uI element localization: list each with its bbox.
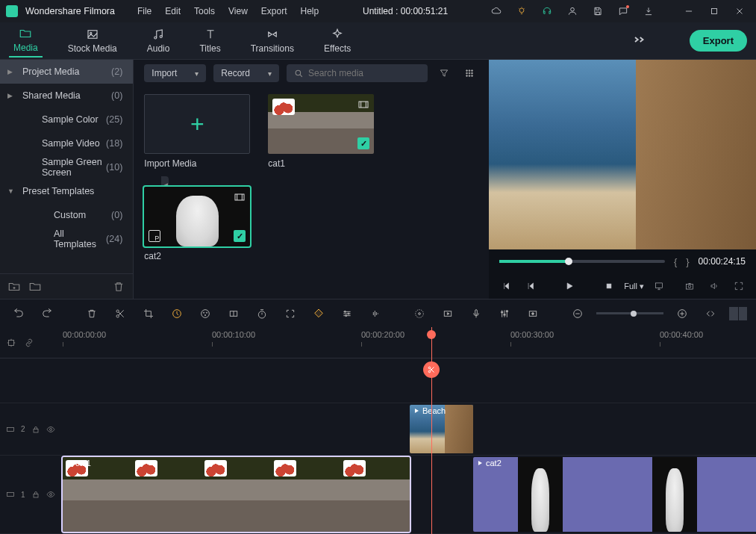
keyframe-button[interactable] — [224, 304, 243, 323]
sidebar-item[interactable]: Sample Green Screen (10) — [0, 155, 133, 179]
delete-icon[interactable] — [112, 280, 125, 294]
volume-button[interactable] — [705, 276, 724, 296]
clip-cat2[interactable]: cat2 — [473, 457, 756, 532]
save-icon[interactable] — [587, 1, 608, 22]
voiceover-button[interactable] — [466, 304, 486, 323]
prev-frame-button[interactable] — [496, 276, 515, 296]
tab-titles[interactable]: Titles — [195, 25, 225, 57]
color-button[interactable] — [196, 304, 215, 323]
tab-media[interactable]: Media — [9, 24, 43, 58]
svg-point-7 — [296, 70, 301, 75]
ruler-tick: 00:00:10:00 — [212, 330, 255, 339]
sidebar-item[interactable]: Shared Media (0) — [0, 84, 133, 108]
search-field[interactable] — [308, 68, 420, 78]
zoom-out-button[interactable] — [568, 304, 587, 323]
menu-help[interactable]: Help — [294, 3, 325, 19]
tab-audio[interactable]: Audio — [143, 25, 175, 57]
menu-tools[interactable]: Tools — [188, 3, 221, 19]
audio-wave-button[interactable] — [366, 304, 385, 323]
menu-file[interactable]: File — [131, 3, 157, 19]
download-icon[interactable] — [638, 1, 659, 22]
record-dropdown[interactable]: Record — [213, 64, 279, 82]
import-dropdown[interactable]: Import — [144, 64, 206, 82]
redo-button[interactable] — [37, 304, 57, 323]
snap-icon[interactable] — [6, 338, 16, 348]
sidebar-item[interactable]: Preset Templates — [0, 179, 133, 203]
menu-export[interactable]: Export — [255, 3, 293, 19]
visibility-icon[interactable] — [46, 490, 55, 499]
message-icon[interactable] — [613, 1, 634, 22]
media-item-cat2[interactable]: cat2 — [144, 187, 250, 261]
minimize-button[interactable] — [678, 1, 699, 22]
video-track-1[interactable]: 1 cat1 cat2 — [0, 456, 756, 534]
split-at-playhead-button[interactable] — [423, 361, 440, 378]
folder-icon[interactable] — [28, 280, 42, 294]
speed-button[interactable] — [167, 304, 187, 323]
preview-viewport[interactable] — [489, 60, 756, 249]
undo-button[interactable] — [9, 304, 28, 323]
link-icon[interactable] — [24, 338, 34, 348]
filter-icon[interactable] — [435, 64, 453, 82]
duration-button[interactable] — [252, 304, 272, 323]
mark-out-button[interactable]: } — [686, 256, 689, 267]
mark-in-button[interactable]: { — [674, 256, 677, 267]
zoom-in-button[interactable] — [672, 304, 692, 323]
zoom-fit-button[interactable] — [701, 304, 720, 323]
step-back-button[interactable] — [521, 276, 540, 296]
crop-button[interactable] — [139, 304, 158, 323]
sidebar-item[interactable]: Project Media (2) — [0, 60, 133, 84]
cloud-icon[interactable] — [486, 1, 507, 22]
audio-mixer-button[interactable] — [495, 304, 514, 323]
media-label: cat2 — [144, 251, 250, 261]
playhead[interactable] — [431, 327, 432, 534]
add-marker-button[interactable] — [523, 304, 543, 323]
sidebar-item[interactable]: Sample Video (18) — [0, 131, 133, 155]
sidebar-item[interactable]: Sample Color (25) — [0, 108, 133, 131]
clip-cat1[interactable]: cat1 — [63, 457, 410, 532]
sidebar-item-count: (2) — [111, 66, 122, 77]
visibility-icon[interactable] — [46, 425, 55, 434]
menu-edit[interactable]: Edit — [159, 3, 187, 19]
delete-button[interactable] — [82, 304, 101, 323]
lock-icon[interactable] — [31, 490, 40, 499]
lock-icon[interactable] — [31, 425, 40, 434]
close-button[interactable] — [729, 1, 750, 22]
time-ruler[interactable]: 00:00:00:00 00:00:10:00 00:00:20:00 00:0… — [63, 327, 756, 358]
maximize-button[interactable] — [704, 1, 725, 22]
export-button[interactable]: Export — [690, 30, 747, 52]
search-input[interactable] — [287, 64, 428, 82]
import-media-tile[interactable]: + Import Media — [144, 94, 250, 169]
zoom-slider[interactable] — [596, 312, 663, 314]
adjust-button[interactable] — [337, 304, 357, 323]
marker-button[interactable] — [309, 304, 328, 323]
support-icon[interactable] — [537, 1, 557, 22]
grid-view-icon[interactable] — [460, 64, 478, 82]
svg-point-6 — [160, 36, 162, 38]
split-button[interactable] — [110, 304, 130, 323]
detect-button[interactable] — [281, 304, 300, 323]
track-size-button[interactable] — [729, 307, 747, 320]
menu-view[interactable]: View — [222, 3, 254, 19]
idea-icon[interactable] — [511, 1, 532, 22]
media-item-cat1[interactable]: cat1 — [268, 94, 374, 169]
account-icon[interactable] — [562, 1, 583, 22]
display-icon[interactable] — [650, 276, 669, 296]
stop-button[interactable] — [599, 276, 618, 296]
video-track-2[interactable]: 2 Beach — [0, 403, 756, 456]
snapshot-button[interactable] — [681, 276, 699, 296]
sidebar-item[interactable]: Custom (0) — [0, 203, 133, 227]
tab-stock-media[interactable]: Stock Media — [63, 25, 122, 57]
quality-dropdown[interactable]: Full ▾ — [624, 282, 644, 291]
more-tabs-button[interactable] — [633, 35, 646, 46]
fullscreen-button[interactable] — [730, 276, 749, 296]
sidebar-item[interactable]: All Templates (24) — [0, 227, 133, 251]
svg-point-15 — [469, 75, 470, 77]
render-button[interactable] — [438, 304, 457, 323]
mix-button[interactable] — [410, 304, 429, 323]
play-button[interactable] — [560, 276, 579, 296]
add-folder-icon[interactable] — [7, 280, 21, 294]
tab-effects[interactable]: Effects — [319, 25, 355, 57]
tab-transitions[interactable]: Transitions — [246, 25, 299, 57]
preview-scrubber[interactable] — [499, 260, 665, 263]
clip-beach[interactable]: Beach — [410, 405, 473, 453]
